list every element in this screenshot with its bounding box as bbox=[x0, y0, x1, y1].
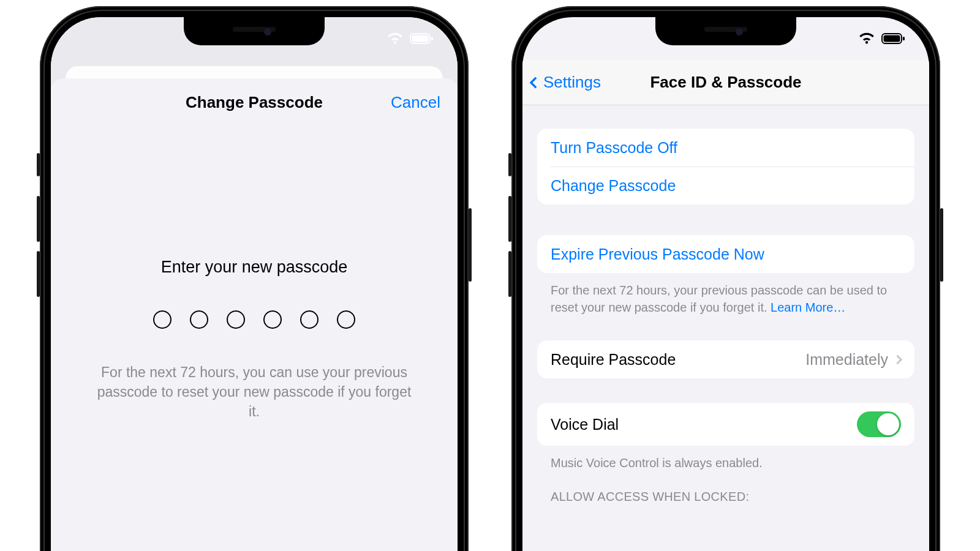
row-label: Require Passcode bbox=[551, 351, 676, 369]
row-label: Turn Passcode Off bbox=[551, 139, 677, 157]
voice-dial-row: Voice Dial bbox=[537, 403, 914, 446]
change-passcode-button[interactable]: Change Passcode bbox=[551, 167, 914, 204]
chevron-right-icon bbox=[893, 354, 903, 364]
row-label: Voice Dial bbox=[551, 416, 619, 433]
settings-content: Turn Passcode Off Change Passcode Expire… bbox=[522, 105, 929, 551]
notch bbox=[655, 17, 796, 45]
ringer-switch bbox=[508, 153, 511, 176]
battery-icon bbox=[410, 32, 434, 45]
volume-down-button bbox=[37, 251, 40, 297]
passcode-dot bbox=[337, 310, 355, 329]
svg-rect-1 bbox=[412, 36, 429, 42]
power-button bbox=[940, 208, 943, 282]
switch-knob bbox=[877, 413, 899, 435]
passcode-prompt: Enter your new passcode bbox=[51, 258, 458, 277]
wifi-icon bbox=[858, 32, 875, 45]
ringer-switch bbox=[37, 153, 40, 176]
power-button bbox=[469, 208, 472, 282]
passcode-input[interactable] bbox=[51, 310, 458, 329]
volume-up-button bbox=[37, 196, 40, 242]
group-require-passcode: Require Passcode Immediately bbox=[537, 340, 914, 378]
voice-dial-footer: Music Voice Control is always enabled. bbox=[537, 446, 914, 471]
svg-rect-4 bbox=[884, 36, 900, 42]
change-passcode-sheet: Change Passcode Cancel Enter your new pa… bbox=[51, 78, 458, 551]
turn-passcode-off-button[interactable]: Turn Passcode Off bbox=[537, 129, 914, 167]
phone-right: Settings Face ID & Passcode Turn Passcod… bbox=[511, 6, 940, 551]
notch bbox=[184, 17, 325, 45]
passcode-footnote: For the next 72 hours, you can use your … bbox=[92, 362, 417, 422]
chevron-left-icon bbox=[529, 77, 541, 89]
battery-icon bbox=[881, 32, 906, 45]
phone-left: Change Passcode Cancel Enter your new pa… bbox=[40, 6, 469, 551]
svg-rect-5 bbox=[903, 37, 905, 40]
passcode-dot bbox=[263, 310, 282, 329]
require-passcode-row[interactable]: Require Passcode Immediately bbox=[537, 340, 914, 378]
cancel-button[interactable]: Cancel bbox=[391, 93, 440, 112]
row-value: Immediately bbox=[805, 351, 901, 369]
passcode-dot bbox=[300, 310, 318, 329]
learn-more-link[interactable]: Learn More… bbox=[771, 301, 845, 314]
require-passcode-value: Immediately bbox=[805, 351, 888, 369]
group-voice-dial: Voice Dial bbox=[537, 403, 914, 446]
svg-rect-2 bbox=[431, 37, 433, 40]
voice-dial-toggle[interactable] bbox=[857, 411, 901, 437]
expire-footer: For the next 72 hours, your previous pas… bbox=[537, 273, 914, 316]
passcode-dot bbox=[153, 310, 172, 329]
back-label: Settings bbox=[543, 73, 601, 92]
expire-previous-passcode-button[interactable]: Expire Previous Passcode Now bbox=[537, 235, 914, 273]
passcode-dot bbox=[190, 310, 208, 329]
passcode-dot bbox=[227, 310, 245, 329]
volume-down-button bbox=[508, 251, 511, 297]
wifi-icon bbox=[386, 32, 404, 45]
row-label: Change Passcode bbox=[551, 177, 676, 195]
sheet-header: Change Passcode Cancel bbox=[51, 78, 458, 126]
nav-bar: Settings Face ID & Passcode bbox=[522, 60, 929, 105]
volume-up-button bbox=[508, 196, 511, 242]
group-expire-passcode: Expire Previous Passcode Now bbox=[537, 235, 914, 273]
section-header-allow-access: ALLOW ACCESS WHEN LOCKED: bbox=[537, 471, 914, 504]
back-button[interactable]: Settings bbox=[531, 73, 601, 92]
row-label: Expire Previous Passcode Now bbox=[551, 246, 764, 263]
group-passcode-actions: Turn Passcode Off Change Passcode bbox=[537, 129, 914, 204]
sheet-title: Change Passcode bbox=[186, 93, 323, 112]
